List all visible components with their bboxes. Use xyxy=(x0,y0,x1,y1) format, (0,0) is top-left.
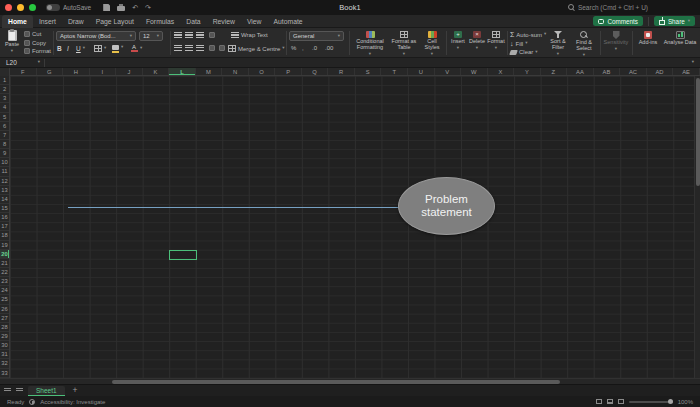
clear-button[interactable]: Clear ▾ xyxy=(510,49,538,55)
save-icon[interactable] xyxy=(103,4,110,11)
minimize-window-button[interactable] xyxy=(17,4,24,11)
format-painter-button[interactable]: Format xyxy=(24,48,51,54)
formula-bar-expand-icon[interactable]: ▾ xyxy=(692,60,700,65)
tab-home[interactable]: Home xyxy=(2,15,33,28)
spreadsheet-grid[interactable]: Problem statement xyxy=(10,76,700,378)
row-header-32[interactable]: 32 xyxy=(0,359,9,368)
row-header-22[interactable]: 22 xyxy=(0,268,9,277)
column-header-G[interactable]: G xyxy=(37,68,64,75)
column-header-R[interactable]: R xyxy=(328,68,355,75)
column-header-I[interactable]: I xyxy=(90,68,117,75)
fill-button[interactable]: ↓ Fill ▾ xyxy=(510,40,527,47)
increase-indent-button[interactable] xyxy=(219,45,225,51)
tab-automate[interactable]: Automate xyxy=(268,15,309,28)
tab-data[interactable]: Data xyxy=(180,15,206,28)
row-header-11[interactable]: 11 xyxy=(0,167,9,176)
row-header-12[interactable]: 12 xyxy=(0,177,9,186)
row-header-33[interactable]: 33 xyxy=(0,369,9,378)
row-header-29[interactable]: 29 xyxy=(0,332,9,341)
align-middle-button[interactable] xyxy=(185,32,193,38)
underline-button[interactable]: U ▾ xyxy=(76,45,85,52)
delete-cells-button[interactable]: Delete ▾ xyxy=(468,31,486,50)
column-header-O[interactable]: O xyxy=(249,68,276,75)
column-header-Z[interactable]: Z xyxy=(541,68,568,75)
row-header-28[interactable]: 28 xyxy=(0,323,9,332)
close-window-button[interactable] xyxy=(5,4,12,11)
row-header-9[interactable]: 9 xyxy=(0,149,9,158)
row-header-16[interactable]: 16 xyxy=(0,213,9,222)
row-header-20[interactable]: 20 xyxy=(0,250,9,259)
tab-insert[interactable]: Insert xyxy=(33,15,62,28)
row-header-10[interactable]: 10 xyxy=(0,158,9,167)
font-color-button[interactable]: ▾ xyxy=(131,44,142,52)
accessibility-status[interactable]: Accessibility: Investigate xyxy=(40,399,105,405)
bold-button[interactable]: B xyxy=(57,45,62,52)
align-left-button[interactable] xyxy=(174,45,182,51)
select-all-corner[interactable] xyxy=(0,68,10,76)
column-header-V[interactable]: V xyxy=(435,68,462,75)
print-icon[interactable] xyxy=(117,6,125,11)
fill-color-button[interactable]: ▾ xyxy=(112,45,123,50)
paste-button[interactable]: Paste ▾ xyxy=(2,30,22,53)
column-header-AD[interactable]: AD xyxy=(647,68,674,75)
analyse-data-button[interactable]: Analyse Data xyxy=(662,31,698,46)
conditional-formatting-button[interactable]: Conditional Formatting ▾ xyxy=(352,31,388,56)
add-ins-button[interactable]: Add-ins xyxy=(635,31,661,46)
row-header-26[interactable]: 26 xyxy=(0,305,9,314)
column-header-P[interactable]: P xyxy=(275,68,302,75)
row-header-6[interactable]: 6 xyxy=(0,122,9,131)
sheet-menu-icon[interactable] xyxy=(4,388,11,393)
column-header-H[interactable]: H xyxy=(63,68,90,75)
vertical-scrollbar-thumb[interactable] xyxy=(696,78,700,186)
row-header-19[interactable]: 19 xyxy=(0,241,9,250)
row-header-23[interactable]: 23 xyxy=(0,277,9,286)
row-header-4[interactable]: 4 xyxy=(0,103,9,112)
row-header-17[interactable]: 17 xyxy=(0,222,9,231)
undo-icon[interactable]: ↶ xyxy=(132,4,138,11)
decrease-indent-button[interactable] xyxy=(209,45,215,51)
sheet-tab-sheet1[interactable]: Sheet1 xyxy=(28,386,65,396)
selected-cell[interactable] xyxy=(169,250,197,260)
align-top-button[interactable] xyxy=(174,32,182,38)
row-header-24[interactable]: 24 xyxy=(0,286,9,295)
column-header-Y[interactable]: Y xyxy=(514,68,541,75)
redo-icon[interactable]: ↷ xyxy=(145,4,151,11)
tab-review[interactable]: Review xyxy=(207,15,241,28)
comma-style-button[interactable]: , xyxy=(302,45,304,51)
column-header-AC[interactable]: AC xyxy=(620,68,647,75)
tab-formulas[interactable]: Formulas xyxy=(140,15,180,28)
font-size-select[interactable]: 12 ▾ xyxy=(139,31,163,41)
cell-styles-button[interactable]: Cell Styles ▾ xyxy=(420,31,444,56)
comments-button[interactable]: Comments xyxy=(593,16,642,26)
number-format-select[interactable]: General ▾ xyxy=(289,31,344,41)
align-bottom-button[interactable] xyxy=(196,32,204,38)
name-box[interactable]: L20 ▾ xyxy=(0,59,44,66)
zoom-slider[interactable] xyxy=(629,401,673,403)
merge-centre-button[interactable]: Merge & Centre ▾ xyxy=(228,45,285,52)
column-header-X[interactable]: X xyxy=(488,68,515,75)
column-header-Q[interactable]: Q xyxy=(302,68,329,75)
borders-button[interactable]: ▾ xyxy=(94,45,106,52)
insert-cells-button[interactable]: Insert ▾ xyxy=(449,31,467,50)
column-header-F[interactable]: F xyxy=(10,68,37,75)
format-cells-button[interactable]: Format ▾ xyxy=(487,31,505,50)
row-header-21[interactable]: 21 xyxy=(0,259,9,268)
row-header-13[interactable]: 13 xyxy=(0,186,9,195)
ellipse-shape[interactable]: Problem statement xyxy=(398,177,495,235)
column-header-AB[interactable]: AB xyxy=(594,68,621,75)
column-header-S[interactable]: S xyxy=(355,68,382,75)
font-name-select[interactable]: Aptos Narrow (Bod... ▾ xyxy=(56,31,136,41)
column-header-AA[interactable]: AA xyxy=(567,68,594,75)
autosum-button[interactable]: Σ Auto-sum ▾ xyxy=(510,31,546,38)
align-center-button[interactable] xyxy=(185,45,193,51)
format-as-table-button[interactable]: Format as Table ▾ xyxy=(390,31,418,56)
percent-style-button[interactable]: % xyxy=(291,45,296,51)
find-select-button[interactable]: Find & Select ▾ xyxy=(572,31,596,57)
column-header-M[interactable]: M xyxy=(196,68,223,75)
decrease-decimal-button[interactable]: .00 xyxy=(325,45,333,51)
italic-button[interactable]: I xyxy=(67,45,69,52)
row-header-8[interactable]: 8 xyxy=(0,140,9,149)
row-header-18[interactable]: 18 xyxy=(0,231,9,240)
column-header-N[interactable]: N xyxy=(222,68,249,75)
wrap-text-button[interactable]: Wrap Text xyxy=(231,32,268,38)
